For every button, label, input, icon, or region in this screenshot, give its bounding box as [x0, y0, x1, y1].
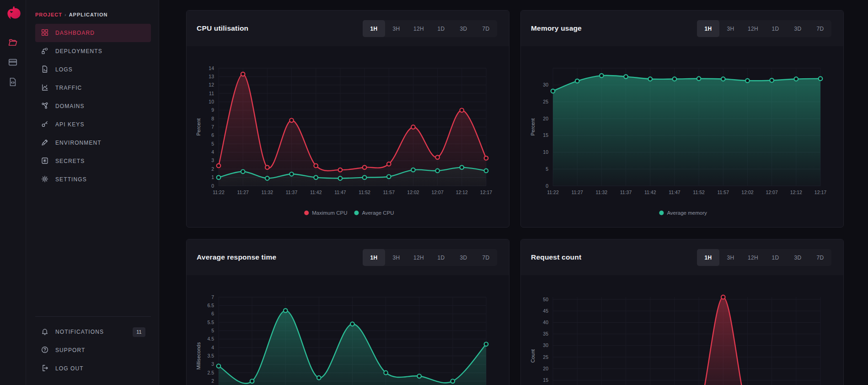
svg-text:11:37: 11:37	[620, 190, 632, 195]
cpu-utilisation-card: CPU utilisation 1H3H12H1D3D7D 0123456789…	[186, 10, 509, 228]
svg-text:40: 40	[543, 320, 548, 325]
sidebar-item-notifications[interactable]: NOTIFICATIONS11	[35, 323, 151, 341]
sidebar-item-label: SUPPORT	[55, 347, 86, 353]
svg-text:Percent: Percent	[530, 119, 536, 136]
svg-text:12:12: 12:12	[790, 190, 802, 195]
sidebar-item-logs[interactable]: LOGS	[35, 60, 151, 79]
svg-text:6: 6	[211, 311, 214, 316]
svg-text:11:57: 11:57	[383, 190, 395, 195]
svg-text:0: 0	[546, 183, 548, 189]
svg-text:11:32: 11:32	[262, 190, 273, 195]
svg-text:15: 15	[543, 132, 548, 138]
svg-text:11:22: 11:22	[547, 190, 559, 195]
svg-text:Average memory: Average memory	[667, 210, 707, 216]
environment-icon	[41, 138, 49, 148]
svg-text:Count: Count	[530, 349, 536, 363]
svg-text:14: 14	[209, 65, 214, 71]
svg-text:Average CPU: Average CPU	[362, 210, 394, 216]
breadcrumb-application[interactable]: APPLICATION	[69, 12, 108, 17]
svg-text:0: 0	[211, 183, 214, 189]
sidebar-item-label: DEPLOYMENTS	[55, 48, 102, 54]
cpu-chart: 0123456789101112131411:2211:2711:3211:37…	[187, 11, 510, 228]
svg-text:7: 7	[211, 294, 214, 300]
sidebar-item-api-keys[interactable]: API KEYS	[35, 115, 151, 134]
sidebar-item-label: NOTIFICATIONS	[55, 329, 104, 335]
file-code-icon[interactable]	[8, 77, 18, 87]
folder-open-icon[interactable]	[8, 38, 18, 48]
sidebar-item-domains[interactable]: DOMAINS	[35, 97, 151, 115]
svg-text:11:57: 11:57	[718, 190, 729, 195]
svg-text:Maximum CPU: Maximum CPU	[312, 210, 347, 216]
svg-text:30: 30	[543, 342, 548, 348]
breadcrumb-project[interactable]: PROJECT	[35, 12, 62, 17]
dashboard-icon	[41, 28, 49, 38]
svg-text:2: 2	[211, 378, 214, 384]
nest-cat-logo[interactable]	[5, 5, 22, 22]
sidebar-item-settings[interactable]: SETTINGS	[35, 170, 151, 189]
svg-text:10: 10	[209, 99, 214, 104]
svg-text:12:07: 12:07	[431, 190, 443, 195]
sidebar-item-label: LOGS	[55, 66, 73, 73]
svg-text:5: 5	[211, 141, 214, 146]
svg-text:12:02: 12:02	[407, 190, 419, 195]
sidebar-item-label: DASHBOARD	[55, 30, 95, 36]
svg-text:Percent: Percent	[196, 119, 201, 136]
svg-text:11:42: 11:42	[644, 190, 656, 195]
breadcrumb: PROJECT›APPLICATION	[35, 12, 107, 17]
svg-text:1: 1	[211, 174, 214, 180]
svg-text:45: 45	[543, 308, 548, 314]
svg-text:20: 20	[543, 366, 548, 371]
svg-text:11:47: 11:47	[334, 190, 346, 195]
svg-text:12: 12	[209, 82, 214, 87]
sidebar-menu: DASHBOARDDEPLOYMENTSLOGSTRAFFICDOMAINSAP…	[35, 24, 151, 189]
svg-text:12:12: 12:12	[456, 190, 468, 195]
svg-text:35: 35	[543, 331, 548, 336]
sidebar-item-label: API KEYS	[55, 121, 85, 128]
svg-text:6: 6	[211, 132, 214, 138]
svg-text:12:17: 12:17	[480, 190, 492, 195]
request-count-chart: 05101520253035404550Count	[521, 239, 844, 385]
sidebar: PROJECT›APPLICATION DASHBOARDDEPLOYMENTS…	[26, 0, 159, 385]
sidebar-item-label: TRAFFIC	[55, 85, 82, 91]
sidebar-item-environment[interactable]: ENVIRONMENT	[35, 134, 151, 152]
average-response-time-card: Average response time 1H3H12H1D3D7D 00.5…	[186, 239, 509, 385]
svg-text:50: 50	[543, 297, 548, 302]
svg-text:12:07: 12:07	[766, 190, 777, 195]
sidebar-divider	[35, 316, 151, 317]
sidebar-item-dashboard[interactable]: DASHBOARD	[35, 24, 151, 42]
sidebar-item-traffic[interactable]: TRAFFIC	[35, 79, 151, 97]
secrets-icon	[41, 157, 49, 166]
svg-text:10: 10	[543, 149, 548, 155]
svg-text:11:37: 11:37	[286, 190, 298, 195]
credit-card-icon[interactable]	[8, 57, 18, 67]
svg-text:11:22: 11:22	[213, 190, 225, 195]
sidebar-item-deployments[interactable]: DEPLOYMENTS	[35, 42, 151, 60]
svg-text:11:27: 11:27	[571, 190, 583, 195]
svg-text:4: 4	[211, 345, 214, 350]
svg-text:3: 3	[211, 157, 214, 163]
breadcrumb-separator: ›	[64, 12, 67, 17]
svg-text:4.5: 4.5	[207, 336, 214, 342]
svg-text:11:32: 11:32	[596, 190, 608, 195]
svg-text:5.5: 5.5	[207, 320, 214, 325]
sidebar-footer: NOTIFICATIONS11SUPPORTLOG OUT	[35, 323, 151, 378]
svg-text:12:02: 12:02	[741, 190, 753, 195]
svg-text:7: 7	[211, 124, 214, 130]
svg-text:8: 8	[211, 116, 214, 121]
svg-text:9: 9	[211, 107, 214, 113]
settings-icon	[41, 175, 49, 184]
sidebar-item-log-out[interactable]: LOG OUT	[35, 359, 151, 378]
svg-text:11:52: 11:52	[359, 190, 370, 195]
sidebar-item-label: LOG OUT	[55, 365, 84, 372]
icon-rail	[0, 0, 26, 385]
svg-text:15: 15	[543, 377, 548, 383]
sidebar-item-secrets[interactable]: SECRETS	[35, 152, 151, 170]
svg-text:6.5: 6.5	[207, 303, 214, 308]
deployments-icon	[41, 47, 49, 56]
domains-icon	[41, 102, 49, 111]
svg-text:11:47: 11:47	[669, 190, 680, 195]
svg-text:11: 11	[209, 91, 214, 96]
sidebar-item-label: ENVIRONMENT	[55, 140, 102, 146]
sidebar-item-support[interactable]: SUPPORT	[35, 341, 151, 359]
svg-text:25: 25	[543, 354, 548, 360]
